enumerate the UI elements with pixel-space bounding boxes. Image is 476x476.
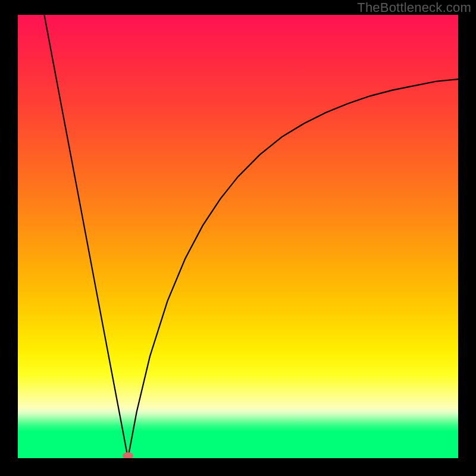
plot-svg [18,15,458,458]
plot-area [18,15,458,458]
gradient-background [18,15,458,458]
watermark-text: TheBottleneck.com [357,0,471,15]
chart-frame: TheBottleneck.com [0,0,476,476]
